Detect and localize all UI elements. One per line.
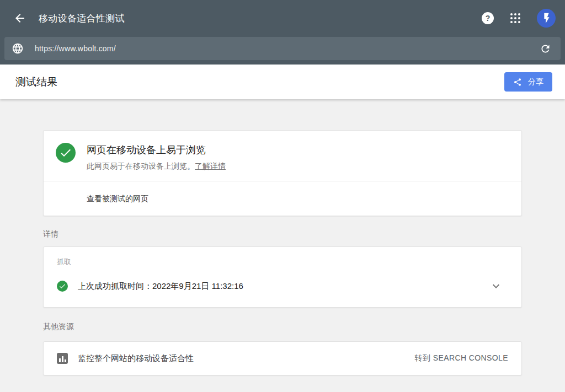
result-title: 网页在移动设备上易于浏览 [87,143,226,157]
share-button[interactable]: 分享 [504,72,552,92]
app-header: 移动设备适合性测试 ? https://www.wbolt.com/ [0,0,565,65]
go-to-search-console-link[interactable]: 转到 SEARCH CONSOLE [415,353,508,363]
account-avatar-lightning-icon[interactable] [537,9,556,28]
refresh-icon[interactable] [540,43,551,55]
crawl-label: 抓取 [57,257,508,267]
crawl-success-check-icon [57,281,68,292]
share-icon [513,78,522,87]
resource-row: 监控整个网站的移动设备适合性 转到 SEARCH CONSOLE [44,342,521,375]
details-section-label: 详情 [43,229,522,239]
result-summary: 网页在移动设备上易于浏览 此网页易于在移动设备上浏览。了解详情 [44,131,521,181]
result-card: 网页在移动设备上易于浏览 此网页易于在移动设备上浏览。了解详情 查看被测试的网页 [43,130,522,216]
back-icon[interactable] [13,12,26,25]
resource-item-label: 监控整个网站的移动设备适合性 [78,353,194,364]
resources-section-label: 其他资源 [43,322,522,331]
resources-card: 监控整个网站的移动设备适合性 转到 SEARCH CONSOLE [43,341,522,375]
apps-grid-icon[interactable] [510,13,520,23]
learn-more-link[interactable]: 了解详情 [195,162,226,170]
crawl-status-text: 上次成功抓取时间：2022年9月21日 11:32:16 [78,281,243,292]
share-button-label: 分享 [528,77,543,87]
crawl-status-row[interactable]: 上次成功抓取时间：2022年9月21日 11:32:16 [57,276,508,296]
appbar-actions: ? [482,9,556,28]
results-titlebar: 测试结果 分享 [0,65,565,99]
help-icon[interactable]: ? [482,12,494,24]
result-text-block: 网页在移动设备上易于浏览 此网页易于在移动设备上浏览。了解详情 [87,143,226,171]
appbar-top-row: 移动设备适合性测试 ? [0,0,565,36]
success-check-icon [56,143,76,163]
page-title: 测试结果 [15,75,504,89]
crawl-card: 抓取 上次成功抓取时间：2022年9月21日 11:32:16 [43,246,522,308]
result-subtitle-text: 此网页易于在移动设备上浏览。 [87,162,195,170]
globe-icon [12,42,24,55]
chevron-down-icon[interactable] [489,280,503,293]
bar-chart-icon [57,353,68,364]
view-tested-page-row[interactable]: 查看被测试的网页 [44,181,521,216]
result-subtitle: 此网页易于在移动设备上浏览。了解详情 [87,160,226,171]
content-area: 网页在移动设备上易于浏览 此网页易于在移动设备上浏览。了解详情 查看被测试的网页… [0,99,565,375]
app-title: 移动设备适合性测试 [39,12,482,25]
url-text[interactable]: https://www.wbolt.com/ [35,44,540,53]
url-bar[interactable]: https://www.wbolt.com/ [4,37,561,60]
